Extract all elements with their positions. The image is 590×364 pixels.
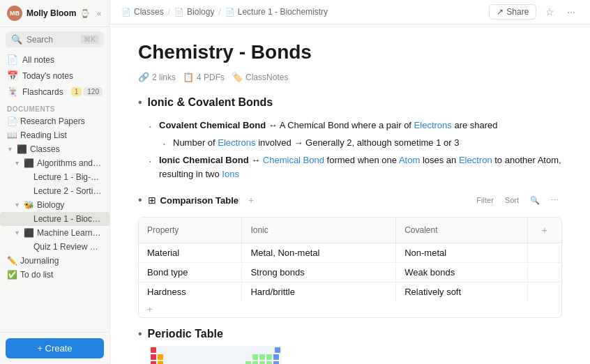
user-status-icon: ⌚ xyxy=(80,9,90,18)
biology-chevron-icon: ▼ xyxy=(14,202,21,208)
tag-classnotes[interactable]: 🏷️ ClassNotes xyxy=(232,72,288,82)
search-input[interactable] xyxy=(27,35,77,45)
star-button[interactable]: ☆ xyxy=(542,5,558,19)
sidebar-item-reading-list[interactable]: 📖 Reading List xyxy=(0,128,109,142)
create-button[interactable]: + Create xyxy=(6,338,104,358)
sidebar-item-quiz1[interactable]: Quiz 1 Review Notes xyxy=(0,240,109,254)
sidebar-item-machine-learning[interactable]: ▼ ⬛ Machine Learning xyxy=(0,226,109,240)
biology-icon: 🐝 xyxy=(24,200,34,210)
more-options-button[interactable]: ··· xyxy=(563,5,579,19)
svg-rect-2 xyxy=(151,354,156,360)
periodic-table-image-wrap xyxy=(138,346,562,364)
research-papers-icon: 📄 xyxy=(7,116,17,126)
algorithms-icon: ⬛ xyxy=(24,158,34,168)
cell-bondtype-prop: Bond type xyxy=(139,263,242,282)
reading-list-label: Reading List xyxy=(20,130,103,140)
col-add[interactable]: + xyxy=(527,218,561,243)
covalent-dot: • xyxy=(149,123,155,132)
svg-rect-10 xyxy=(245,361,251,364)
share-button[interactable]: ↗ Share xyxy=(489,4,536,20)
classes-label: Classes xyxy=(30,144,103,154)
sidebar-item-biology[interactable]: ▼ 🐝 Biology xyxy=(0,198,109,212)
chemical-bond-link[interactable]: Chemical Bond xyxy=(263,155,324,165)
breadcrumb-biology[interactable]: 📄 Biology xyxy=(174,7,214,17)
algorithms-label: Algorithms and Comput... xyxy=(37,158,103,168)
todo-icon: ✅ xyxy=(7,270,17,280)
ionic-covalent-bullet: • xyxy=(138,96,142,109)
periodic-table-svg xyxy=(149,346,282,364)
cell-material-ionic: Metal, Non-metal xyxy=(242,243,396,263)
sidebar: MB Molly Bloom ⌚ « 🔍 ⌘K 📄 All notes 📅 To… xyxy=(0,0,110,364)
atom-link-1[interactable]: Atom xyxy=(399,155,420,165)
cell-hardness-ionic: Hard/brittle xyxy=(242,282,396,302)
sidebar-item-todo[interactable]: ✅ To do list xyxy=(0,268,109,282)
search-shortcut: ⌘K xyxy=(81,35,98,44)
ions-link[interactable]: Ions xyxy=(222,169,239,179)
algorithms-chevron-icon: ▼ xyxy=(14,160,21,167)
page-icon-lecture1: 📄 xyxy=(225,8,235,17)
sidebar-item-research-papers[interactable]: 📄 Research Papers xyxy=(0,114,109,128)
sort-button[interactable]: Sort xyxy=(501,195,522,206)
sidebar-item-flashcards[interactable]: 🃏 Flashcards 1 120 xyxy=(0,84,109,100)
tag-links[interactable]: 🔗 2 links xyxy=(138,72,176,82)
avatar: MB xyxy=(7,6,22,21)
cell-hardness-prop: Hardness xyxy=(139,282,242,302)
links-icon: 🔗 xyxy=(138,72,149,82)
breadcrumb-sep-2: / xyxy=(218,7,220,17)
username: Molly Bloom xyxy=(27,8,76,18)
all-notes-icon: 📄 xyxy=(7,54,18,65)
sidebar-item-lecture1-bigo[interactable]: Lecture 1 - Big-O Notation xyxy=(0,170,109,184)
breadcrumb-classes-label: Classes xyxy=(134,7,164,17)
sidebar-item-all-notes[interactable]: 📄 All notes xyxy=(0,52,109,68)
svg-rect-14 xyxy=(273,361,279,364)
flashcards-label: Flashcards xyxy=(22,87,63,97)
table-row: Hardness Hard/brittle Relatively soft xyxy=(139,282,561,302)
svg-rect-5 xyxy=(259,354,265,360)
search-table-button[interactable]: 🔍 xyxy=(527,195,543,206)
tag-pdfs[interactable]: 📋 4 PDFs xyxy=(183,72,225,82)
pdfs-icon: 📋 xyxy=(183,72,194,82)
svg-rect-1 xyxy=(275,347,280,353)
electron-link-3[interactable]: Electron xyxy=(459,155,492,165)
periodic-heading: Periodic Table xyxy=(148,328,223,340)
ionic-bond-text: Ionic Chemical Bond ↔ Chemical Bond form… xyxy=(159,153,562,183)
covalent-bold: Covalent Chemical Bond xyxy=(159,120,266,130)
today-notes-icon: 📅 xyxy=(7,70,18,81)
svg-rect-6 xyxy=(266,354,272,360)
electrons-link-1[interactable]: Electrons xyxy=(414,120,452,130)
flashcard-badge-1: 1 xyxy=(71,87,82,96)
today-notes-label: Today's notes xyxy=(22,71,73,81)
table-bullet: • xyxy=(138,194,142,206)
comparison-table-data: Property Ionic Covalent + Material xyxy=(139,218,561,301)
add-column-button[interactable]: + xyxy=(243,192,259,208)
electrons-link-2[interactable]: Electrons xyxy=(218,137,255,148)
filter-button[interactable]: Filter xyxy=(473,195,497,206)
ionic-covalent-heading-wrap: • Ionic & Covalent Bonds xyxy=(138,96,562,116)
table-section-icon: ⊞ xyxy=(148,195,156,206)
page-icon-classes: 📄 xyxy=(121,8,131,17)
sidebar-item-classes[interactable]: ▼ ⬛ Classes xyxy=(0,142,109,156)
col-ionic: Ionic xyxy=(242,218,396,243)
research-papers-label: Research Papers xyxy=(20,116,103,126)
sidebar-item-lecture1-biochem[interactable]: Lecture 1 - Biochemistry xyxy=(0,212,109,226)
breadcrumb-lecture1[interactable]: 📄 Lecture 1 - Biochemistry xyxy=(225,7,328,17)
cell-material-covalent: Non-metal xyxy=(396,243,528,263)
sidebar-item-lecture2-sorting[interactable]: Lecture 2 - Sorting Algorithms xyxy=(0,184,109,198)
cell-material-extra xyxy=(527,243,561,263)
sidebar-item-algorithms[interactable]: ▼ ⬛ Algorithms and Comput... xyxy=(0,156,109,170)
table-more-button[interactable]: ⋯ xyxy=(547,195,562,206)
breadcrumb-classes[interactable]: 📄 Classes xyxy=(121,7,164,17)
sidebar-item-journaling[interactable]: ✏️ Journaling xyxy=(0,254,109,268)
journaling-icon: ✏️ xyxy=(7,256,17,266)
add-row-button[interactable]: + xyxy=(139,301,561,317)
sidebar-item-todays-notes[interactable]: 📅 Today's notes xyxy=(0,68,109,84)
comparison-table-heading: Comparison Table xyxy=(160,195,239,206)
search-input-wrap[interactable]: 🔍 ⌘K xyxy=(6,31,104,47)
covalent-bond-bullet: • Covalent Chemical Bond ↔ A Chemical Bo… xyxy=(138,119,562,133)
add-col-icon-btn[interactable]: + xyxy=(536,222,553,238)
svg-rect-8 xyxy=(151,361,156,364)
ml-chevron-icon: ▼ xyxy=(14,229,21,236)
page-content: Chemistry - Bonds 🔗 2 links 📋 4 PDFs 🏷️ … xyxy=(110,24,590,364)
classes-icon: ⬛ xyxy=(17,144,27,154)
collapse-sidebar-button[interactable]: « xyxy=(96,8,103,19)
